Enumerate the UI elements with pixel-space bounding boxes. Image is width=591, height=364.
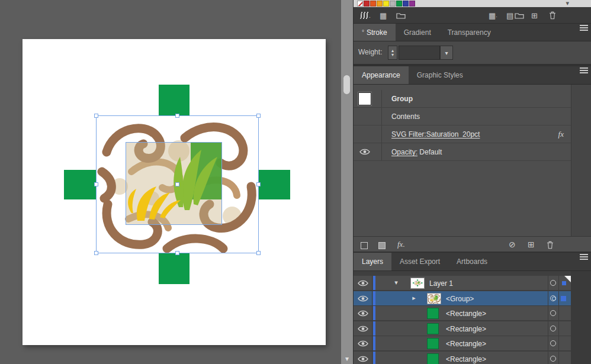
color-swatch[interactable] bbox=[364, 1, 370, 7]
appearance-row-svg-filter[interactable]: SVG Filter:Saturation_20pct fx bbox=[354, 125, 571, 143]
panel-menu-icon[interactable] bbox=[580, 67, 588, 69]
target-icon[interactable] bbox=[550, 295, 556, 301]
appearance-row-opacity[interactable]: Opacity: Default bbox=[354, 143, 571, 161]
add-stroke-icon[interactable] bbox=[361, 240, 368, 251]
visibility-eye-icon[interactable] bbox=[358, 355, 368, 363]
appearance-panel-body: Group Contents SVG Filter:Saturation_20p… bbox=[354, 85, 591, 236]
svg-filter-link[interactable]: SVG Filter:Saturation_20pct bbox=[391, 130, 480, 138]
visibility-eye-icon[interactable] bbox=[358, 279, 368, 287]
visibility-eye-icon[interactable] bbox=[358, 325, 368, 333]
swatch-libraries-icon[interactable]: . bbox=[361, 10, 371, 21]
tab-artboards[interactable]: Artboards bbox=[448, 253, 496, 270]
chevron-down-icon[interactable]: ▾ bbox=[393, 279, 400, 286]
target-icon[interactable] bbox=[550, 310, 556, 316]
layer-color-bar bbox=[373, 336, 375, 350]
add-fill-icon[interactable] bbox=[378, 240, 386, 251]
selection-indicator[interactable] bbox=[561, 296, 566, 301]
layer-thumbnail[interactable] bbox=[410, 278, 425, 289]
tab-layers-label: Layers bbox=[362, 257, 383, 266]
tab-gradient[interactable]: Gradient bbox=[396, 24, 439, 41]
tab-graphic-styles[interactable]: Graphic Styles bbox=[409, 66, 471, 84]
layer-row-group[interactable]: ▸ <Group> bbox=[354, 291, 571, 306]
target-icon[interactable] bbox=[550, 340, 556, 346]
color-swatch[interactable] bbox=[383, 1, 389, 7]
chevron-right-icon[interactable]: ▸ bbox=[410, 294, 417, 302]
delete-swatch-icon[interactable] bbox=[549, 10, 556, 21]
panel-menu-icon[interactable] bbox=[580, 254, 588, 255]
panel-menu-icon[interactable] bbox=[580, 25, 588, 26]
rectangle-thumbnail[interactable] bbox=[427, 353, 439, 364]
appearance-row-group[interactable]: Group bbox=[354, 90, 571, 108]
swatch-kinds-icon[interactable]: ▦ bbox=[380, 10, 387, 21]
selection-handle[interactable] bbox=[175, 114, 179, 118]
tab-asset-export[interactable]: Asset Export bbox=[391, 253, 448, 270]
color-swatch[interactable] bbox=[390, 1, 396, 7]
swatch-view-list-icon[interactable]: ▤ bbox=[506, 10, 513, 21]
color-swatch[interactable] bbox=[396, 1, 402, 7]
tab-artboards-label: Artboards bbox=[457, 257, 487, 266]
weight-input[interactable] bbox=[399, 46, 440, 60]
layer-row-rectangle[interactable]: <Rectangle> bbox=[354, 336, 571, 351]
visibility-eye-icon[interactable] bbox=[358, 310, 368, 317]
tab-transparency[interactable]: Transparency bbox=[439, 24, 499, 41]
clear-appearance-icon[interactable]: ⊘ bbox=[509, 239, 516, 250]
tab-stroke[interactable]: ° Stroke bbox=[354, 24, 396, 41]
layer-row-rectangle[interactable]: <Rectangle> bbox=[354, 321, 571, 336]
delete-item-icon[interactable] bbox=[547, 240, 554, 250]
appearance-row-contents[interactable]: Contents bbox=[354, 108, 571, 125]
swatch-folder-icon[interactable] bbox=[515, 10, 524, 21]
new-color-group-icon[interactable] bbox=[396, 10, 406, 21]
target-icon[interactable] bbox=[550, 356, 556, 362]
layer-row-rectangle[interactable]: <Rectangle> bbox=[354, 352, 571, 364]
tab-appearance[interactable]: Appearance bbox=[354, 66, 409, 84]
duplicate-item-icon[interactable]: ⊞ bbox=[528, 239, 535, 250]
green-rectangle-bottom[interactable] bbox=[159, 253, 189, 284]
selection-handle[interactable] bbox=[94, 114, 98, 118]
tab-layers[interactable]: Layers bbox=[354, 253, 391, 270]
green-rectangle-left[interactable] bbox=[64, 170, 96, 199]
selection-center-handle[interactable] bbox=[175, 182, 179, 186]
selection-handle[interactable] bbox=[94, 251, 98, 255]
scroll-down-icon[interactable]: ▾ bbox=[341, 355, 353, 363]
weight-stepper[interactable]: ▴ ▾ bbox=[388, 46, 397, 60]
layer-row-layer1[interactable]: ▾ Layer 1 bbox=[354, 276, 571, 291]
visibility-eye-icon[interactable] bbox=[359, 148, 370, 156]
swatches-footer: . ▦ ▦. ▤ ⊞ bbox=[354, 7, 591, 24]
visibility-eye-icon[interactable] bbox=[358, 340, 368, 347]
selection-handle[interactable] bbox=[175, 251, 179, 255]
green-rectangle-top[interactable] bbox=[159, 85, 189, 115]
group-thumbnail[interactable] bbox=[427, 293, 441, 304]
color-swatch[interactable] bbox=[370, 1, 376, 7]
rectangle-thumbnail[interactable] bbox=[427, 323, 439, 334]
rectangle-thumbnail[interactable] bbox=[427, 338, 439, 349]
layer-row-rectangle[interactable]: <Rectangle> bbox=[354, 306, 571, 321]
add-effect-icon[interactable]: fx. bbox=[397, 239, 405, 250]
color-swatch[interactable] bbox=[409, 1, 415, 7]
selection-handle[interactable] bbox=[94, 182, 98, 186]
scrollbar-thumb[interactable] bbox=[343, 75, 351, 95]
fill-swatch[interactable] bbox=[358, 92, 371, 105]
target-icon[interactable] bbox=[550, 326, 556, 331]
swatches-expand-icon[interactable]: ▾ bbox=[566, 0, 569, 7]
layer-color-bar bbox=[373, 321, 375, 336]
visibility-eye-icon[interactable] bbox=[358, 295, 368, 302]
target-icon[interactable] bbox=[550, 280, 556, 286]
new-swatch-icon[interactable]: ⊞ bbox=[531, 10, 538, 21]
layers-scroll-gutter bbox=[571, 271, 591, 364]
swatches-strip: ▾ bbox=[354, 0, 591, 7]
weight-dropdown[interactable]: ▾ bbox=[440, 46, 453, 60]
color-swatch[interactable] bbox=[403, 1, 409, 7]
selection-handle[interactable] bbox=[256, 251, 261, 255]
layer-name: <Group> bbox=[446, 295, 474, 303]
none-swatch[interactable] bbox=[357, 1, 363, 7]
stepper-down-icon[interactable]: ▾ bbox=[391, 53, 394, 57]
canvas-scrollbar[interactable]: ▾ bbox=[341, 0, 353, 364]
swatch-view-grid-icon[interactable]: ▦. bbox=[489, 10, 497, 21]
tab-appearance-label: Appearance bbox=[362, 71, 400, 79]
selection-handle[interactable] bbox=[256, 114, 261, 118]
color-swatch[interactable] bbox=[377, 1, 383, 7]
rectangle-thumbnail[interactable] bbox=[427, 308, 439, 319]
selection-handle[interactable] bbox=[256, 182, 261, 186]
green-rectangle-right[interactable] bbox=[259, 170, 290, 199]
opacity-link[interactable]: Opacity: bbox=[391, 148, 417, 156]
